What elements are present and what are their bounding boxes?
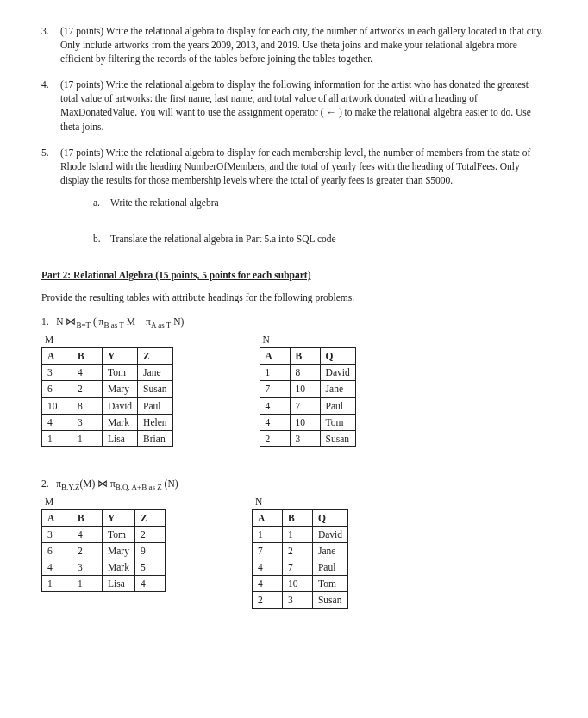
table-cell: 4 bbox=[42, 559, 72, 576]
table-cell: Paul bbox=[320, 397, 355, 414]
subpart-number: a. bbox=[93, 196, 110, 209]
subpart-a: a. Write the relational algebra bbox=[93, 196, 547, 209]
table-cell: Susan bbox=[138, 381, 172, 397]
table-row: 23Susan bbox=[260, 430, 355, 446]
table-row: 11Lisa4 bbox=[42, 576, 166, 592]
table-row: 34TomJane bbox=[42, 365, 173, 381]
table-header-cell: Z bbox=[134, 509, 165, 526]
question-text: (17 points) Write the relational algebra… bbox=[60, 146, 547, 187]
table-label: M bbox=[45, 495, 166, 509]
table-row: 43Mark5 bbox=[42, 559, 166, 576]
table-cell: 10 bbox=[290, 381, 320, 397]
table-row: 410Tom bbox=[252, 576, 347, 592]
problem-2: 2. πB,Y,Z(M) ⋈ πB,Q, A+B as Z (N) M ABYZ… bbox=[41, 477, 547, 609]
part2-instruction: Provide the resulting tables with attrib… bbox=[41, 290, 547, 304]
table-header-cell: B bbox=[282, 509, 312, 526]
subpart-text: Write the relational algebra bbox=[110, 196, 219, 209]
table-cell: 2 bbox=[72, 381, 103, 397]
table-row: 11LisaBrian bbox=[42, 430, 173, 446]
table-cell: 7 bbox=[290, 397, 320, 414]
table-m: ABYZ34TomJane62MarySusan108DavidPaul43Ma… bbox=[41, 347, 173, 447]
table-cell: Lisa bbox=[103, 430, 138, 446]
table-cell: 1 bbox=[42, 430, 72, 446]
subpart-number: b. bbox=[93, 232, 110, 246]
expression-formula: πB,Y,Z(M) ⋈ πB,Q, A+B as Z (N) bbox=[56, 478, 178, 489]
table-cell: David bbox=[312, 526, 347, 542]
question-list: 3. (17 points) Write the relational alge… bbox=[41, 24, 547, 246]
table-cell: Mark bbox=[103, 414, 138, 430]
table-cell: 1 bbox=[72, 430, 103, 446]
table-row: 108DavidPaul bbox=[42, 397, 173, 414]
question-5: 5. (17 points) Write the relational alge… bbox=[41, 146, 547, 246]
table-cell: 10 bbox=[290, 414, 320, 430]
question-number: 5. bbox=[41, 146, 60, 187]
table-label: M bbox=[45, 333, 173, 347]
question-number: 3. bbox=[41, 24, 60, 66]
table-cell: Lisa bbox=[103, 576, 135, 592]
table-cell: 2 bbox=[282, 543, 312, 559]
table-cell: Helen bbox=[138, 414, 172, 430]
table-row: 410Tom bbox=[260, 414, 355, 430]
table-cell: 4 bbox=[260, 414, 290, 430]
table-cell: David bbox=[103, 397, 138, 414]
table-header-cell: A bbox=[42, 348, 72, 365]
question-4: 4. (17 points) Write the relational alge… bbox=[41, 78, 547, 133]
table-header-cell: A bbox=[252, 509, 282, 526]
table-cell: 7 bbox=[260, 381, 290, 397]
problem-expression: 1. N ⋈B=T ( πB as T M − πA as T N) bbox=[41, 315, 547, 331]
table-row: 34Tom2 bbox=[42, 526, 166, 542]
table-cell: 4 bbox=[72, 526, 103, 542]
table-cell: 3 bbox=[72, 414, 103, 430]
table-cell: 3 bbox=[42, 526, 72, 542]
table-cell: 4 bbox=[134, 576, 165, 592]
table-cell: 7 bbox=[252, 543, 282, 559]
table-cell: 3 bbox=[282, 592, 312, 609]
table-header-cell: Y bbox=[103, 509, 135, 526]
table-cell: 2 bbox=[134, 526, 165, 542]
problem-expression: 2. πB,Y,Z(M) ⋈ πB,Q, A+B as Z (N) bbox=[41, 477, 547, 493]
table-cell: David bbox=[320, 365, 355, 381]
table-cell: 5 bbox=[134, 559, 165, 576]
part2-heading: Part 2: Relational Algebra (15 points, 5… bbox=[41, 268, 547, 282]
table-header-cell: B bbox=[290, 348, 320, 365]
table-cell: Paul bbox=[312, 559, 347, 576]
table-cell: 4 bbox=[42, 414, 72, 430]
table-cell: 6 bbox=[42, 543, 72, 559]
table-row: 62MarySusan bbox=[42, 381, 173, 397]
table-n-block: N ABQ18David710Jane47Paul410Tom23Susan bbox=[260, 333, 356, 447]
table-row: 18David bbox=[260, 365, 355, 381]
table-cell: Mark bbox=[103, 559, 135, 576]
table-cell: 1 bbox=[252, 526, 282, 542]
table-cell: Tom bbox=[103, 365, 138, 381]
table-cell: Mary bbox=[103, 381, 138, 397]
table-row: 43MarkHelen bbox=[42, 414, 173, 430]
subpart-text: Translate the relational algebra in Part… bbox=[110, 232, 336, 246]
table-cell: 4 bbox=[252, 559, 282, 576]
table-cell: 1 bbox=[260, 365, 290, 381]
table-cell: 1 bbox=[72, 576, 103, 592]
table-cell: 2 bbox=[72, 543, 103, 559]
table-cell: Tom bbox=[103, 526, 135, 542]
table-row: 11David bbox=[252, 526, 347, 542]
table-cell: 8 bbox=[72, 397, 103, 414]
document-page: 3. (17 points) Write the relational alge… bbox=[0, 0, 588, 718]
table-cell: 4 bbox=[252, 576, 282, 592]
table-row: 47Paul bbox=[252, 559, 347, 576]
table-cell: 4 bbox=[260, 397, 290, 414]
table-row: 47Paul bbox=[260, 397, 355, 414]
table-header-cell: Y bbox=[103, 348, 138, 365]
problem-number: 1. bbox=[41, 316, 49, 327]
problem-number: 2. bbox=[41, 478, 49, 489]
table-cell: 7 bbox=[282, 559, 312, 576]
question-text: (17 points) Write the relational algebra… bbox=[60, 78, 547, 133]
table-cell: 10 bbox=[282, 576, 312, 592]
table-cell: Mary bbox=[103, 543, 135, 559]
table-cell: 2 bbox=[252, 592, 282, 609]
table-header-cell: Q bbox=[312, 509, 347, 526]
table-row: 710Jane bbox=[260, 381, 355, 397]
question-3: 3. (17 points) Write the relational alge… bbox=[41, 24, 547, 66]
table-header-cell: B bbox=[72, 509, 103, 526]
table-n: ABQ18David710Jane47Paul410Tom23Susan bbox=[260, 347, 356, 447]
table-n: ABQ11David72Jane47Paul410Tom23Susan bbox=[252, 509, 348, 609]
table-m-block: M ABYZ34Tom262Mary943Mark511Lisa4 bbox=[41, 495, 166, 609]
